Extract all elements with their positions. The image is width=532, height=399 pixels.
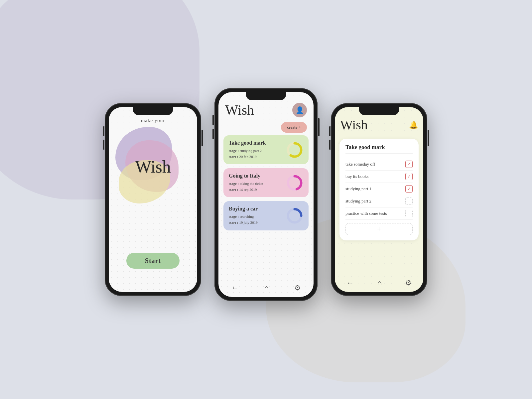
phone-list: Wish 👤 create + Take good mark stage : s… — [214, 88, 318, 301]
detail-card-title: Take good mark — [345, 144, 413, 154]
donut-1 — [286, 174, 303, 192]
wish-card-2[interactable]: Buying a car stage : searching start : 1… — [223, 201, 309, 230]
task-check-3[interactable] — [405, 198, 413, 205]
detail-card: Take good mark take someday off ✓ buy it… — [339, 139, 419, 240]
user-avatar: 👤 — [292, 103, 307, 117]
wish-card-0[interactable]: Take good mark stage : studying part 2 s… — [223, 135, 309, 164]
task-row-0[interactable]: take someday off ✓ — [345, 158, 413, 171]
nav-settings-icon-3[interactable]: ⚙ — [405, 279, 412, 287]
power-button-2 — [318, 118, 320, 136]
notch-2 — [246, 92, 286, 100]
make-your-text: make your — [109, 118, 197, 123]
phone-detail: Wish 🔔 Take good mark take someday off ✓… — [331, 103, 427, 296]
task-check-0[interactable]: ✓ — [405, 161, 413, 168]
wish-card-1[interactable]: Going to Italy stage : taking the ticket… — [223, 168, 309, 197]
splash-logo: Wish — [109, 157, 197, 177]
nav-back-icon-3[interactable]: ← — [346, 279, 354, 287]
task-check-4[interactable] — [405, 210, 413, 217]
notch-3 — [359, 107, 399, 115]
add-task-button[interactable]: + — [345, 223, 413, 235]
task-row-3[interactable]: studying part 2 — [345, 195, 413, 207]
card-meta-2: stage : searching start : 19 july 2019 — [229, 214, 258, 225]
task-label-2: studying part 1 — [345, 186, 371, 192]
nav-settings-icon[interactable]: ⚙ — [294, 284, 301, 292]
task-row-1[interactable]: buy its books ✓ — [345, 171, 413, 183]
card-meta-0: stage : studying part 2 start : 20 feb 2… — [229, 148, 266, 160]
task-check-2[interactable]: ✓ — [405, 185, 413, 193]
phone-2-inner: Wish 👤 create + Take good mark stage : s… — [218, 92, 314, 297]
card-title-2: Buying a car — [229, 206, 258, 212]
phones-container: make your Wish Start Wish 👤 create + — [105, 98, 427, 301]
phone3-bottom-nav: ← ⌂ ⚙ — [335, 279, 423, 287]
phone2-logo: Wish — [225, 102, 254, 118]
task-label-0: take someday off — [345, 162, 375, 167]
power-button-3 — [428, 130, 429, 146]
phone3-header: Wish 🔔 — [340, 117, 418, 133]
task-label-3: studying part 2 — [345, 199, 371, 204]
nav-back-icon[interactable]: ← — [231, 284, 238, 292]
volume-up-button — [103, 126, 104, 136]
phone2-bottom-nav: ← ⌂ ⚙ — [218, 284, 314, 292]
card-meta-1: stage : taking the ticket start : 14 sep… — [229, 181, 263, 193]
volume-up-button-2 — [212, 115, 214, 125]
start-button[interactable]: Start — [126, 253, 180, 269]
volume-up-button-3 — [329, 126, 331, 136]
list-screen: Wish 👤 create + Take good mark stage : s… — [218, 92, 314, 297]
phone-1-inner: make your Wish Start — [109, 107, 197, 292]
donut-0 — [286, 141, 303, 159]
card-info-2: Buying a car stage : searching start : 1… — [229, 206, 258, 225]
card-info-1: Going to Italy stage : taking the ticket… — [229, 173, 263, 193]
notch-1 — [133, 107, 173, 115]
create-button[interactable]: create + — [281, 122, 307, 133]
power-button — [201, 130, 203, 146]
task-row-4[interactable]: practice with some tests — [345, 207, 413, 220]
nav-home-icon-3[interactable]: ⌂ — [377, 279, 381, 287]
phone3-logo: Wish — [340, 117, 368, 133]
detail-screen: Wish 🔔 Take good mark take someday off ✓… — [335, 107, 423, 292]
task-label-4: practice with some tests — [345, 211, 387, 216]
splash-screen: make your Wish Start — [109, 107, 197, 292]
card-info-0: Take good mark stage : studying part 2 s… — [229, 140, 266, 160]
task-check-1[interactable]: ✓ — [405, 173, 413, 180]
wish-cards-list: Take good mark stage : studying part 2 s… — [223, 135, 309, 230]
volume-down-button — [103, 140, 104, 150]
nav-home-icon[interactable]: ⌂ — [264, 284, 268, 292]
phone-3-inner: Wish 🔔 Take good mark take someday off ✓… — [335, 107, 423, 292]
card-title-1: Going to Italy — [229, 173, 263, 179]
phone-splash: make your Wish Start — [105, 103, 201, 296]
card-title-0: Take good mark — [229, 140, 266, 146]
volume-down-button-2 — [212, 129, 214, 139]
task-row-2[interactable]: studying part 1 ✓ — [345, 183, 413, 195]
task-label-1: buy its books — [345, 174, 368, 179]
volume-down-button-3 — [329, 140, 331, 150]
bell-icon[interactable]: 🔔 — [409, 121, 418, 129]
phone2-header: Wish 👤 — [225, 102, 307, 118]
donut-2 — [286, 207, 303, 224]
